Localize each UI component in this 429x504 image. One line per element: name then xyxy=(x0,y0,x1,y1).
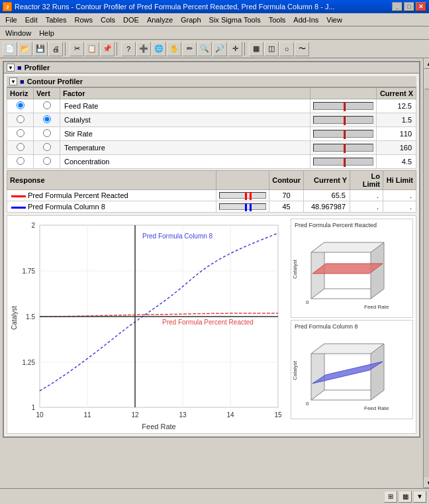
chart-button[interactable]: ◫ xyxy=(264,42,279,56)
vert-radio-2[interactable] xyxy=(43,129,51,137)
menu-file[interactable]: File xyxy=(1,15,21,25)
factor-row: Temperature160 xyxy=(7,141,416,155)
crosshair-button[interactable]: ✛ xyxy=(228,42,242,56)
svg-text:Catalyst: Catalyst xyxy=(292,360,298,380)
globe-button[interactable]: 🌐 xyxy=(152,42,166,56)
menu-doe[interactable]: DOE xyxy=(119,15,143,25)
maximize-button[interactable]: □ xyxy=(404,2,414,11)
horiz-radio-2[interactable] xyxy=(17,129,24,137)
menu-edit[interactable]: Edit xyxy=(21,15,42,25)
vert-radio-3[interactable] xyxy=(43,143,51,151)
svg-text:0: 0 xyxy=(306,299,309,305)
scroll-track[interactable] xyxy=(424,69,429,478)
minimize-button[interactable]: _ xyxy=(392,2,403,11)
search-button[interactable]: 🔍 xyxy=(197,42,212,56)
print-button[interactable]: 🖨 xyxy=(48,42,63,56)
cut-button[interactable]: ✂ xyxy=(70,42,84,56)
svg-marker-42 xyxy=(311,344,384,354)
new-button[interactable]: 📄 xyxy=(3,42,17,56)
resp-col-currenty: Current Y xyxy=(304,171,350,190)
paste-button[interactable]: 📌 xyxy=(100,42,115,56)
svg-text:0: 0 xyxy=(306,401,309,407)
menu-cols[interactable]: Cols xyxy=(97,15,119,25)
zoom-button[interactable]: 🔎 xyxy=(213,42,227,56)
status-icon-2[interactable]: ▦ xyxy=(399,491,412,503)
menu-tools[interactable]: Tools xyxy=(265,15,290,25)
freehand-button[interactable]: 〜 xyxy=(295,42,309,56)
vert-radio-4[interactable] xyxy=(43,157,51,165)
lo-limit-value: . xyxy=(350,201,383,213)
response-name: Pred Formula Column 8 xyxy=(7,201,216,213)
factor-name: Concentration xyxy=(60,155,310,169)
factor-row: Catalyst1.5 xyxy=(7,113,416,127)
contour-slider-handle2[interactable] xyxy=(250,192,252,200)
svg-text:14: 14 xyxy=(226,411,234,419)
svg-text:1: 1 xyxy=(31,404,35,411)
svg-text:12: 12 xyxy=(131,411,139,419)
hi-limit-value: . xyxy=(383,201,416,213)
contour-slider[interactable] xyxy=(219,203,266,210)
svg-text:13: 13 xyxy=(179,411,187,419)
slider-marker xyxy=(344,116,345,125)
resp-col-hi: Hi Limit xyxy=(383,171,416,190)
pencil-button[interactable]: ✏ xyxy=(182,42,197,56)
horiz-radio-4[interactable] xyxy=(17,157,24,165)
contour-profiler-header: ▼ ■ Contour Profiler xyxy=(7,76,416,87)
hand-button[interactable]: ✋ xyxy=(167,42,181,56)
contour-profiler-title: Contour Profiler xyxy=(27,77,83,85)
scroll-thumb[interactable] xyxy=(424,70,430,89)
menu-tables[interactable]: Tables xyxy=(42,15,71,25)
open-button[interactable]: 📂 xyxy=(18,42,32,56)
factor-slider[interactable] xyxy=(313,116,373,124)
contour-collapse[interactable]: ▼ xyxy=(9,77,17,85)
menu-view[interactable]: View xyxy=(322,15,346,25)
status-icon-1[interactable]: ⊞ xyxy=(384,491,397,503)
factor-slider[interactable] xyxy=(313,130,373,138)
factor-slider[interactable] xyxy=(313,102,373,110)
main-chart-svg: 2 1.75 1.5 1.25 1 10 11 12 13 xyxy=(10,219,288,430)
factor-name: Temperature xyxy=(60,141,310,155)
vert-radio-1[interactable] xyxy=(43,115,51,123)
menu-analyze[interactable]: Analyze xyxy=(143,15,177,25)
resp-col-lo: Lo Limit xyxy=(350,171,383,190)
toolbar: 📄 📂 💾 🖨 ✂ 📋 📌 ? ➕ 🌐 ✋ ✏ 🔍 🔎 ✛ ▦ ◫ ○ 〜 xyxy=(0,40,429,58)
side-chart-2-svg: Pred Formula Column 8 xyxy=(291,321,412,419)
svg-text:Catalyst: Catalyst xyxy=(11,306,18,330)
contour-value: 70 xyxy=(269,190,304,201)
menu-graph[interactable]: Graph xyxy=(177,15,205,25)
horiz-radio-0[interactable] xyxy=(17,101,24,109)
menu-help[interactable]: Help xyxy=(35,28,58,38)
scroll-up-button[interactable]: ▲ xyxy=(424,58,429,69)
contour-slider-handle[interactable] xyxy=(245,203,247,211)
menu-window[interactable]: Window xyxy=(1,28,35,38)
scroll-down-button[interactable]: ▼ xyxy=(424,478,429,488)
profiler-title: Profiler xyxy=(24,64,50,72)
contour-slider-handle2[interactable] xyxy=(250,203,252,211)
status-icon-3[interactable]: ▼ xyxy=(413,491,426,503)
save-button[interactable]: 💾 xyxy=(33,42,48,56)
ellipse-button[interactable]: ○ xyxy=(279,42,294,56)
chart-container: 2 1.75 1.5 1.25 1 10 11 12 13 xyxy=(7,215,416,434)
svg-text:2: 2 xyxy=(31,222,35,229)
factor-slider[interactable] xyxy=(313,144,373,152)
contour-slider-handle[interactable] xyxy=(245,192,247,200)
menu-sixsigma[interactable]: Six Sigma Tools xyxy=(205,15,265,25)
copy-button[interactable]: 📋 xyxy=(85,42,99,56)
menu-rows[interactable]: Rows xyxy=(71,15,97,25)
vert-radio-0[interactable] xyxy=(43,101,51,109)
add-button[interactable]: ➕ xyxy=(136,42,151,56)
current-y-value: 65.5 xyxy=(304,190,350,201)
contour-value: 45 xyxy=(269,201,304,213)
side-charts: Pred Formula Percent Reacted xyxy=(291,219,413,430)
factor-slider[interactable] xyxy=(313,158,373,166)
help-icon[interactable]: ? xyxy=(121,42,136,56)
response-name: Pred Formula Percent Reacted xyxy=(7,190,216,201)
horiz-radio-1[interactable] xyxy=(17,115,24,123)
close-button[interactable]: ✕ xyxy=(416,2,426,11)
menu-addins[interactable]: Add-Ins xyxy=(289,15,322,25)
contour-slider[interactable] xyxy=(219,192,266,199)
horiz-radio-3[interactable] xyxy=(17,143,24,151)
profiler-panel: ▼ ■ Profiler ▼ ■ Contour Profiler xyxy=(3,61,420,438)
table-button[interactable]: ▦ xyxy=(249,42,263,56)
profiler-collapse[interactable]: ▼ xyxy=(7,64,15,72)
